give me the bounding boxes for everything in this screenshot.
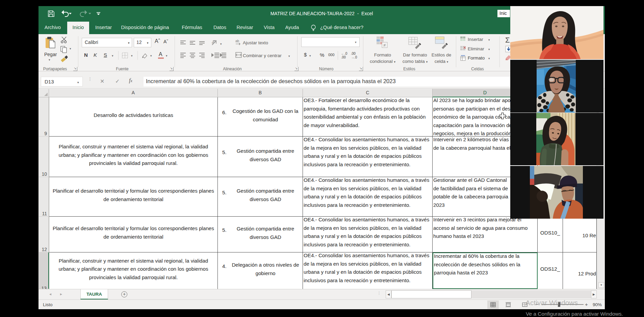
svg-text:ab: ab [235, 39, 239, 43]
svg-text:≠: ≠ [383, 43, 386, 48]
svg-text:ab: ab [210, 40, 216, 45]
